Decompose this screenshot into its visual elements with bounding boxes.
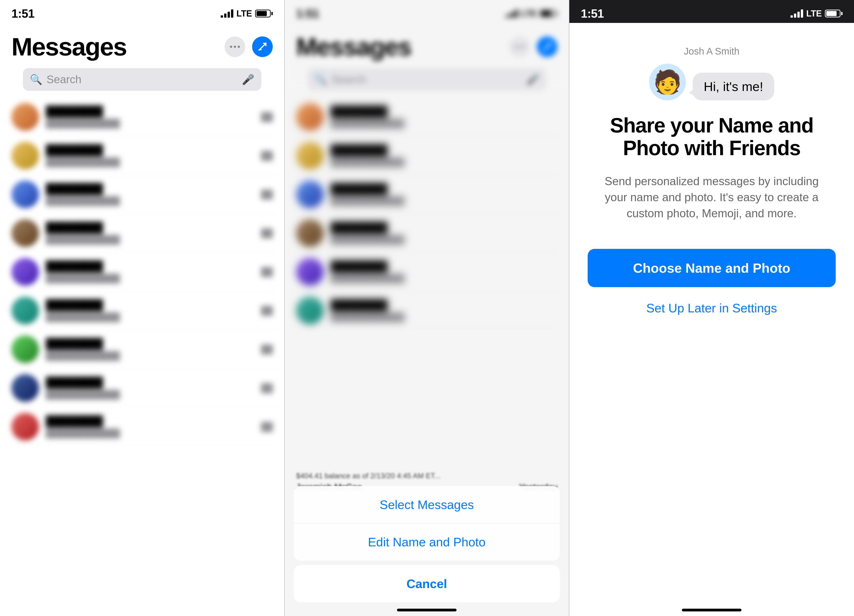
status-right-3: LTE xyxy=(790,9,843,18)
battery-body-3 xyxy=(825,10,840,17)
status-bar-1: 1:51 LTE xyxy=(0,0,284,23)
msg-time: ██ xyxy=(261,306,273,315)
msg-time: ██ xyxy=(261,228,273,238)
msg-content: ████████ ████████████ xyxy=(46,144,254,167)
status-time-2: 1:51 xyxy=(296,7,319,20)
bar1 xyxy=(221,15,223,18)
msg-time: ██ xyxy=(261,189,273,199)
msg-time: ██ xyxy=(261,383,273,393)
avatar xyxy=(11,374,39,402)
list-item[interactable]: ████████ ████████████ xyxy=(291,98,562,136)
msg-name: ████████ xyxy=(46,377,254,388)
list-item[interactable]: ████████ ████████████ ██ xyxy=(7,136,278,175)
list-item[interactable]: ████████ ████████████ ██ xyxy=(7,291,278,330)
avatar xyxy=(296,142,323,169)
msg-time: ██ xyxy=(261,151,273,160)
dots-inner-1 xyxy=(230,46,240,48)
status-bar-3: 1:51 LTE xyxy=(569,0,854,23)
dots-inner-2 xyxy=(515,46,525,48)
signal-icon-1 xyxy=(221,9,233,18)
lte-label-1: LTE xyxy=(236,9,252,18)
list-item[interactable]: ████████ ████████████ xyxy=(291,291,562,330)
bar4-2 xyxy=(516,9,518,18)
msg-preview: ████████████ xyxy=(46,235,254,245)
home-indicator-3 xyxy=(682,609,741,611)
msg-name: ████████ xyxy=(331,222,557,233)
compose-icon-2 xyxy=(542,41,552,52)
profile-preview: Josh A Smith 🧑 Hi, it's me! xyxy=(649,46,774,101)
screen3-top: 1:51 LTE xyxy=(569,0,854,23)
dot-2-1 xyxy=(515,46,517,48)
search-icon-1: 🔍 xyxy=(30,73,43,85)
battery-tip-2 xyxy=(556,12,557,15)
msg-name: ████████ xyxy=(331,105,557,117)
list-item[interactable]: ████████ ████████████ ██ xyxy=(7,253,278,291)
msg-preview: ████████████ xyxy=(46,157,254,167)
msg-preview: ████████████ xyxy=(46,313,254,322)
search-icon-2: 🔍 xyxy=(314,73,327,85)
msg-content: ████████ ████████████ xyxy=(46,105,254,128)
msg-content: ████████ ████████████ xyxy=(331,222,557,245)
more-options-button-1[interactable] xyxy=(225,37,245,57)
list-item[interactable]: ████████ ████████████ xyxy=(291,175,562,214)
home-indicator-2 xyxy=(397,609,457,611)
msg-name: ████████ xyxy=(331,260,557,272)
battery-body-2 xyxy=(540,10,555,17)
compose-button-2[interactable] xyxy=(537,37,557,57)
battery-tip-3 xyxy=(841,12,843,15)
signal-icon-2 xyxy=(505,9,518,18)
avatar xyxy=(296,297,323,324)
screen3-content: Josh A Smith 🧑 Hi, it's me! Share your N… xyxy=(569,23,854,616)
avatar xyxy=(11,219,39,247)
avatar xyxy=(296,103,323,131)
avatar xyxy=(11,142,39,169)
msg-name: ████████ xyxy=(331,299,557,311)
select-messages-button[interactable]: Select Messages xyxy=(294,486,560,523)
bar2-2 xyxy=(509,14,511,18)
page-title-1: Messages xyxy=(11,32,127,61)
choose-name-photo-button[interactable]: Choose Name and Photo xyxy=(588,249,836,287)
msg-content: ████████ ████████████ xyxy=(46,377,254,399)
msg-content: ████████ ████████████ xyxy=(46,222,254,245)
list-item[interactable]: ████████ ████████████ ██ xyxy=(7,98,278,136)
list-item[interactable]: ████████ ████████████ ██ xyxy=(7,369,278,407)
msg-preview: ████████████ xyxy=(331,274,557,284)
msg-time: ██ xyxy=(261,345,273,354)
battery-icon-3 xyxy=(825,10,843,17)
search-bar-2[interactable]: 🔍 Search 🎤 xyxy=(308,68,546,91)
list-item[interactable]: ████████ ████████████ ██ xyxy=(7,175,278,214)
cancel-button[interactable]: Cancel xyxy=(294,565,560,602)
dot-2-3 xyxy=(522,46,525,48)
bar4-3 xyxy=(801,9,803,18)
msg-content: ████████ ████████████ xyxy=(46,260,254,284)
list-item[interactable]: ████████ ████████████ ██ xyxy=(7,407,278,446)
msg-name: ████████ xyxy=(331,183,557,194)
search-bar-1[interactable]: 🔍 Search 🎤 xyxy=(23,68,261,91)
dot-2-2 xyxy=(518,46,521,48)
msg-name: ████████ xyxy=(46,260,254,272)
header-buttons-2 xyxy=(509,37,557,57)
compose-button-1[interactable] xyxy=(252,37,273,57)
msg-content: ████████ ████████████ xyxy=(331,144,557,167)
status-time-1: 1:51 xyxy=(11,7,34,20)
setup-later-button[interactable]: Set Up Later in Settings xyxy=(647,301,777,315)
list-item[interactable]: ████████ ████████████ ██ xyxy=(7,330,278,369)
lte-label-3: LTE xyxy=(806,9,822,18)
edit-name-photo-button[interactable]: Edit Name and Photo xyxy=(294,523,560,561)
list-item[interactable]: ████████ ████████████ ██ xyxy=(7,214,278,253)
list-item[interactable]: ████████ ████████████ xyxy=(291,253,562,291)
bar2-3 xyxy=(794,14,796,18)
bar4 xyxy=(231,9,233,18)
bar1-2 xyxy=(505,15,508,18)
page-title-2: Messages xyxy=(296,32,411,61)
more-options-button-2[interactable] xyxy=(509,37,530,57)
list-item[interactable]: ████████ ████████████ xyxy=(291,136,562,175)
battery-icon-2 xyxy=(540,10,557,17)
list-item[interactable]: ████████ ████████████ xyxy=(291,214,562,253)
search-input-2[interactable]: Search xyxy=(331,73,522,86)
msg-time: ██ xyxy=(261,422,273,432)
bar3 xyxy=(227,12,230,18)
search-input-1[interactable]: Search xyxy=(47,73,238,86)
msg-preview: ████████████ xyxy=(46,119,254,128)
msg-time: ██ xyxy=(261,112,273,122)
